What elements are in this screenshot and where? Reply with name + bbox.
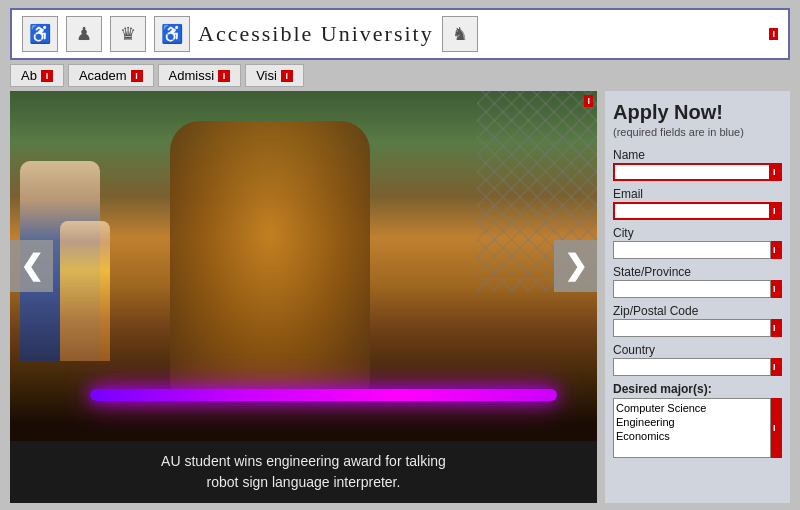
input-city[interactable] <box>613 241 771 259</box>
header-icon-1: ♿ <box>22 16 58 52</box>
form-group-city: City I <box>613 226 782 259</box>
input-state[interactable] <box>613 280 771 298</box>
input-country[interactable] <box>613 358 771 376</box>
apply-title: Apply Now! <box>613 101 782 124</box>
header-icon-3: ♛ <box>110 16 146 52</box>
major-cs[interactable]: Computer Science <box>616 401 768 415</box>
nav-label-visit: Visi <box>256 68 277 83</box>
caption-line1: AU student wins engineering award for ta… <box>161 453 446 469</box>
label-city: City <box>613 226 782 240</box>
nav-item-academics[interactable]: Academ I <box>68 64 154 87</box>
input-email[interactable] <box>613 202 771 220</box>
nav-item-about[interactable]: Ab I <box>10 64 64 87</box>
neon-bar <box>90 389 557 401</box>
nav-label-academics: Academ <box>79 68 127 83</box>
nav-label-about: Ab <box>21 68 37 83</box>
majors-list[interactable]: Computer Science Engineering Economics <box>613 398 771 458</box>
input-zip[interactable] <box>613 319 771 337</box>
form-group-state: State/Province I <box>613 265 782 298</box>
input-badge-zip: I <box>771 319 782 337</box>
slideshow-image <box>10 91 597 441</box>
form-group-name: Name I <box>613 148 782 181</box>
nav-badge-about: I <box>41 70 53 82</box>
navbar: Ab I Academ I Admissi I Visi I <box>10 64 790 87</box>
slideshow-prev-button[interactable]: ❮ <box>10 240 53 292</box>
caption-line2: robot sign language interpreter. <box>207 474 401 490</box>
nav-badge-admissions: I <box>218 70 230 82</box>
input-badge-state: I <box>771 280 782 298</box>
input-badge-country: I <box>771 358 782 376</box>
site-header: ♿ ♟ ♛ ♿ Accessible University ♞ I <box>10 8 790 60</box>
label-zip: Zip/Postal Code <box>613 304 782 318</box>
apply-form-panel: Apply Now! (required fields are in blue)… <box>605 91 790 503</box>
input-badge-name: I <box>771 163 782 181</box>
header-icon-4: ♿ <box>154 16 190 52</box>
nav-badge-visit: I <box>281 70 293 82</box>
left-content: ❮ ❯ I AU student wins engineering award … <box>10 91 597 503</box>
apply-subtitle: (required fields are in blue) <box>613 126 782 138</box>
input-badge-city: I <box>771 241 782 259</box>
desired-majors-label: Desired major(s): <box>613 382 782 396</box>
header-icon-2: ♟ <box>66 16 102 52</box>
main-content: ❮ ❯ I AU student wins engineering award … <box>10 91 790 503</box>
label-email: Email <box>613 187 782 201</box>
nav-item-visit[interactable]: Visi I <box>245 64 304 87</box>
label-state: State/Province <box>613 265 782 279</box>
site-title: Accessible University <box>198 21 434 47</box>
input-name[interactable] <box>613 163 771 181</box>
form-group-country: Country I <box>613 343 782 376</box>
major-economics[interactable]: Economics <box>616 429 768 443</box>
majors-badge: I <box>771 398 782 458</box>
nav-label-admissions: Admissi <box>169 68 215 83</box>
slideshow-badge: I <box>584 95 593 107</box>
input-badge-email: I <box>771 202 782 220</box>
label-country: Country <box>613 343 782 357</box>
header-badge: I <box>769 28 778 40</box>
nav-badge-academics: I <box>131 70 143 82</box>
slideshow: ❮ ❯ I <box>10 91 597 441</box>
major-engineering[interactable]: Engineering <box>616 415 768 429</box>
form-group-zip: Zip/Postal Code I <box>613 304 782 337</box>
header-icon-5: ♞ <box>442 16 478 52</box>
slideshow-next-button[interactable]: ❯ <box>554 240 597 292</box>
form-group-email: Email I <box>613 187 782 220</box>
label-name: Name <box>613 148 782 162</box>
nav-item-admissions[interactable]: Admissi I <box>158 64 242 87</box>
majors-list-wrap: Computer Science Engineering Economics I <box>613 398 782 458</box>
caption-area: AU student wins engineering award for ta… <box>10 441 597 503</box>
